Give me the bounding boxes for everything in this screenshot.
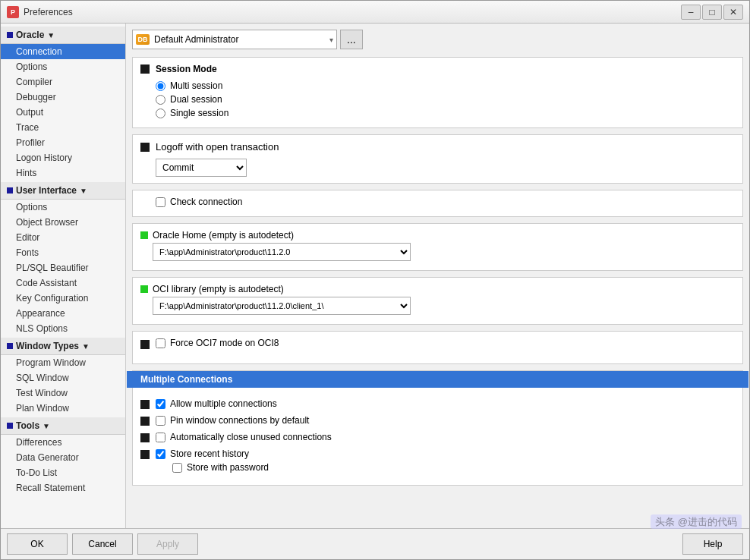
sidebar-item-data-generator[interactable]: Data Generator <box>1 450 125 465</box>
radio-multi-session-input[interactable] <box>156 81 165 91</box>
allow-multiple-checkbox[interactable] <box>156 399 165 409</box>
sidebar-item-code-assistant[interactable]: Code Assistant <box>1 275 125 291</box>
radio-multi-session: Multi session <box>156 80 735 91</box>
window-title: Preferences <box>24 7 681 17</box>
sidebar-item-logon-history[interactable]: Logon History <box>1 150 125 165</box>
sidebar: Oracle ▼ Connection Options Compiler Deb… <box>1 24 126 528</box>
oracle-home-green-indicator <box>140 231 148 239</box>
help-button[interactable]: Help <box>682 533 743 555</box>
multiple-connections-section: Multiple Connections Allow multiple conn… <box>132 370 743 486</box>
sidebar-item-appearance[interactable]: Appearance <box>1 306 125 321</box>
sidebar-item-connection[interactable]: Connection <box>1 44 125 59</box>
cancel-button[interactable]: Cancel <box>72 533 133 555</box>
connection-text: Default Administrator <box>154 34 326 45</box>
sidebar-item-trace[interactable]: Trace <box>1 120 125 135</box>
radio-multi-session-label: Multi session <box>170 80 222 91</box>
sidebar-item-compiler[interactable]: Compiler <box>1 74 125 90</box>
pin-window-row: Pin window connections by default <box>156 415 309 426</box>
oci-library-green-indicator <box>140 285 148 293</box>
multiple-connections-title: Multiple Connections <box>140 374 232 385</box>
auto-close-checkbox[interactable] <box>156 433 165 442</box>
auto-close-row: Automatically close unused connections <box>156 432 332 442</box>
radio-dual-session: Dual session <box>156 94 735 105</box>
main-content: Oracle ▼ Connection Options Compiler Deb… <box>1 24 749 528</box>
sidebar-item-profiler[interactable]: Profiler <box>1 135 125 150</box>
sidebar-item-object-browser[interactable]: Object Browser <box>1 215 125 230</box>
store-recent-row: Store recent history <box>156 448 269 459</box>
connection-dropdown[interactable]: DB Default Administrator ▾ <box>132 30 337 49</box>
sidebar-item-recall-statement[interactable]: Recall Statement <box>1 480 125 496</box>
sidebar-group-oracle-header[interactable]: Oracle ▼ <box>1 27 125 44</box>
allow-multiple-indicator <box>140 400 150 409</box>
force-oci7-indicator <box>140 340 150 349</box>
oci-library-content: OCI library (empty is autodetect) F:\app… <box>153 284 411 315</box>
sidebar-item-options[interactable]: Options <box>1 59 125 74</box>
radio-single-session-input[interactable] <box>156 109 165 118</box>
force-oci7-checkbox[interactable] <box>156 338 165 348</box>
sidebar-item-program-window[interactable]: Program Window <box>1 355 125 370</box>
sidebar-item-differences[interactable]: Differences <box>1 435 125 450</box>
check-connection-label: Check connection <box>170 197 242 207</box>
bottom-bar: OK Cancel Apply Help <box>1 528 749 559</box>
oracle-arrow: ▼ <box>47 31 55 39</box>
sidebar-group-ui-label: User Interface <box>16 185 77 196</box>
sidebar-group-wt-header[interactable]: Window Types ▼ <box>1 338 125 355</box>
logoff-section: Logoff with open transaction Commit Roll… <box>132 134 743 184</box>
window-controls: – □ ✕ <box>681 5 743 20</box>
sidebar-item-debugger[interactable]: Debugger <box>1 90 125 105</box>
sidebar-group-ui-header[interactable]: User Interface ▼ <box>1 182 125 200</box>
sidebar-item-fonts[interactable]: Fonts <box>1 245 125 260</box>
logoff-select-row: Commit Rollback Ask <box>156 159 735 177</box>
sidebar-group-oracle-label: Oracle <box>16 30 44 40</box>
connection-bar: DB Default Administrator ▾ ... <box>132 30 743 49</box>
radio-dual-session-input[interactable] <box>156 95 165 105</box>
session-mode-title: Session Mode <box>156 64 217 74</box>
sidebar-item-sql-window[interactable]: SQL Window <box>1 370 125 385</box>
ui-arrow: ▼ <box>80 187 87 195</box>
oci-library-section: OCI library (empty is autodetect) F:\app… <box>132 277 743 325</box>
oracle-home-select[interactable]: F:\app\Administrator\product\11.2.0 <box>153 243 411 261</box>
pin-window-indicator <box>140 417 150 426</box>
force-oci7-header: Force OCI7 mode on OCI8 <box>140 338 735 351</box>
session-mode-section: Session Mode Multi session Dual session <box>132 57 743 128</box>
store-password-label: Store with password <box>187 462 269 473</box>
sidebar-item-output[interactable]: Output <box>1 105 125 120</box>
store-password-checkbox[interactable] <box>172 463 182 473</box>
sidebar-group-tools-header[interactable]: Tools ▼ <box>1 417 125 435</box>
sidebar-item-hints[interactable]: Hints <box>1 165 125 181</box>
bottom-left-buttons: OK Cancel Apply <box>7 533 198 555</box>
oracle-home-content: Oracle Home (empty is autodetect) F:\app… <box>153 230 411 261</box>
sidebar-item-plan-window[interactable]: Plan Window <box>1 401 125 416</box>
close-button[interactable]: ✕ <box>723 5 743 20</box>
minimize-button[interactable]: – <box>681 5 701 20</box>
ui-indicator <box>7 187 13 193</box>
sidebar-group-wt-label: Window Types <box>16 341 79 351</box>
sidebar-item-plsql-beautifier[interactable]: PL/SQL Beautifier <box>1 260 125 275</box>
auto-close-label: Automatically close unused connections <box>170 432 332 442</box>
logoff-select[interactable]: Commit Rollback Ask <box>156 159 247 177</box>
maximize-button[interactable]: □ <box>702 5 722 20</box>
store-recent-checkbox[interactable] <box>156 449 165 459</box>
sidebar-item-to-do-list[interactable]: To-Do List <box>1 465 125 480</box>
session-mode-options: Multi session Dual session Single sessio… <box>156 80 735 118</box>
check-connection-section: Check connection <box>132 190 743 217</box>
pin-window-checkbox[interactable] <box>156 416 165 426</box>
allow-multiple-label: Allow multiple connections <box>170 398 277 409</box>
apply-button[interactable]: Apply <box>137 533 198 555</box>
more-options-button[interactable]: ... <box>340 30 363 49</box>
sidebar-item-test-window[interactable]: Test Window <box>1 385 125 401</box>
bottom-right-buttons: Help <box>682 533 743 555</box>
sidebar-item-nls-options[interactable]: NLS Options <box>1 321 125 336</box>
ok-button[interactable]: OK <box>7 533 68 555</box>
sidebar-item-ui-options[interactable]: Options <box>1 200 125 215</box>
check-connection-row: Check connection <box>156 197 735 207</box>
store-password-row: Store with password <box>172 462 269 473</box>
oci-library-select[interactable]: F:\app\Administrator\product\11.2.0\clie… <box>153 297 411 315</box>
sidebar-item-key-configuration[interactable]: Key Configuration <box>1 291 125 306</box>
multiple-connections-header: Multiple Connections <box>127 371 748 388</box>
sidebar-item-editor[interactable]: Editor <box>1 230 125 245</box>
tools-indicator <box>7 423 13 429</box>
check-connection-checkbox[interactable] <box>156 197 165 207</box>
app-icon: P <box>7 6 19 18</box>
auto-close-indicator <box>140 433 150 442</box>
